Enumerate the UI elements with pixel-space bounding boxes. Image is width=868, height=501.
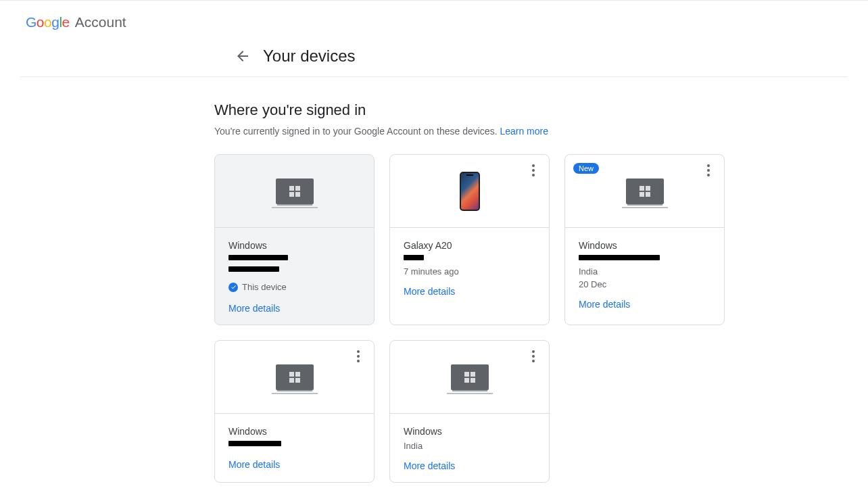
learn-more-link[interactable]: Learn more [500,126,548,137]
device-card: WindowsThis deviceMore details [214,154,375,325]
google-logo: Google [26,14,70,30]
more-menu-icon[interactable] [352,350,364,362]
windows-icon [289,186,300,197]
google-account-logo[interactable]: Google Account [26,14,126,30]
laptop-icon [451,364,489,390]
title-bar: Your devices [20,39,848,77]
laptop-icon [276,364,314,390]
back-arrow-icon[interactable] [235,48,251,64]
check-icon [228,283,238,292]
page-title: Your devices [263,47,356,66]
redacted-text [228,255,288,260]
device-card-body: Galaxy A207 minutes agoMore details [390,228,549,308]
device-name: Windows [579,240,710,251]
more-menu-icon[interactable] [702,164,715,176]
device-meta: India [404,441,535,451]
device-card: Galaxy A207 minutes agoMore details [389,154,550,325]
device-meta: 20 Dec [579,279,710,289]
more-details-link[interactable]: More details [228,459,280,470]
device-name: Galaxy A20 [404,240,535,251]
device-card-body: WindowsMore details [215,414,374,481]
laptop-icon [626,178,664,204]
more-details-link[interactable]: More details [404,460,455,471]
more-details-link[interactable]: More details [404,286,455,297]
more-menu-icon[interactable] [527,350,539,362]
redacted-text [228,266,279,272]
device-card: WindowsMore details [214,340,375,483]
device-thumbnail [390,155,549,228]
device-name: Windows [228,240,360,251]
device-name: Windows [404,426,535,437]
device-card: NewWindowsIndia20 DecMore details [564,154,725,325]
account-label: Account [75,14,126,30]
device-card-body: WindowsIndia20 DecMore details [565,228,724,320]
redacted-text [228,441,281,446]
phone-icon [460,172,480,211]
redacted-text [579,255,660,260]
laptop-icon [276,178,314,204]
header: Google Account [0,1,868,39]
device-meta: 7 minutes ago [404,266,535,277]
new-badge: New [573,163,599,174]
windows-icon [640,186,650,197]
section-description: You're currently signed in to your Googl… [214,126,728,137]
device-thumbnail: New [565,155,724,228]
device-name: Windows [228,426,360,437]
main-content: Where you're signed in You're currently … [214,77,728,483]
device-card: WindowsIndiaMore details [389,340,550,483]
more-menu-icon[interactable] [527,164,539,176]
device-card-body: WindowsIndiaMore details [390,414,549,482]
windows-icon [289,372,300,383]
more-details-link[interactable]: More details [228,303,280,314]
device-card-body: WindowsThis deviceMore details [215,228,374,325]
section-title: Where you're signed in [214,101,728,119]
redacted-text [404,255,424,260]
more-details-link[interactable]: More details [579,299,630,310]
device-meta: India [579,266,710,277]
this-device-indicator: This device [228,282,360,292]
device-thumbnail [215,155,374,228]
devices-grid: WindowsThis deviceMore detailsGalaxy A20… [214,154,728,483]
windows-icon [464,372,475,383]
device-thumbnail [390,341,549,414]
device-thumbnail [215,341,374,414]
